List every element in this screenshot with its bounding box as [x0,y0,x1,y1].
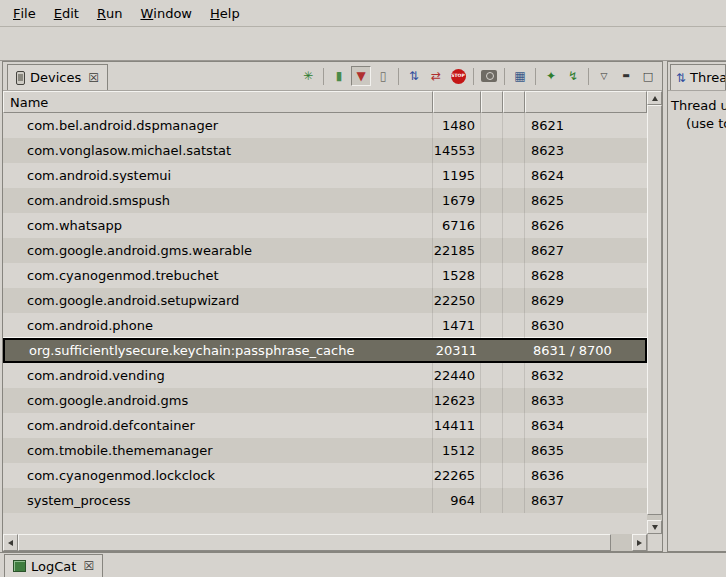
cell-process-name: com.android.vending [3,363,433,388]
scroll-down-button[interactable] [647,520,662,534]
cell-pid: 22250 [433,288,481,313]
cell-pid: 1512 [433,438,481,463]
devices-toolbar: ✳▮▼▯⇅⇄STOP▦✦↯▽▬□ [297,66,659,86]
vertical-scroll-track[interactable] [647,105,662,520]
menu-window[interactable]: Window [131,0,201,26]
column-header-1[interactable] [433,91,481,113]
cell-pid: 1195 [433,163,481,188]
cell-port: 8624 [525,163,647,188]
cell-empty [481,413,503,438]
table-row[interactable]: com.whatsapp67168626 [3,213,647,238]
cell-pid: 12623 [433,388,481,413]
cell-empty [503,263,525,288]
update-heap-icon[interactable]: ▮ [329,66,349,86]
cell-pid: 14553 [433,138,481,163]
cell-pid: 22265 [433,463,481,488]
menu-bar: FileEditRunWindowHelp [0,0,726,27]
opengl-trace-icon[interactable]: ↯ [563,66,583,86]
view-hierarchy-icon[interactable]: ▦ [510,66,530,86]
cell-port: 8621 [525,113,647,138]
cell-empty [503,163,525,188]
cell-port: 8625 [525,188,647,213]
table-row[interactable]: com.google.android.gms.wearable221858627 [3,238,647,263]
table-row[interactable]: com.android.phone14718630 [3,313,647,338]
horizontal-scroll-track[interactable] [18,534,632,551]
table-row[interactable]: system_process9648637 [3,488,647,513]
menu-file[interactable]: File [4,0,45,26]
devices-view-body: Name com.bel.android.dspmanager14808621c… [3,91,662,551]
arrow-down-icon [652,525,658,530]
threads-tabbar: ⇅ Threads [668,62,726,91]
minimize-view-icon[interactable]: ▬ [616,66,636,86]
device-icon [16,71,25,85]
view-menu-icon[interactable]: ▽ [594,66,614,86]
arrow-left-icon [8,540,13,546]
cell-empty [481,238,503,263]
stop-process-icon[interactable]: STOP [448,66,468,86]
threads-message-line: (use toolbar button to enable) [671,116,726,131]
table-row[interactable]: com.android.systemui11958624 [3,163,647,188]
application-window: FileEditRunWindowHelp Devices ☒ ✳▮▼▯⇅⇄ST… [0,0,726,577]
table-row[interactable]: com.android.vending224408632 [3,363,647,388]
table-row[interactable]: com.google.android.setupwizard222508629 [3,288,647,313]
cell-process-name: org.sufficientlysecure.keychain:passphra… [5,340,435,361]
debug-process-icon[interactable]: ✳ [298,66,318,86]
cell-pid: 14411 [433,413,481,438]
cell-empty [481,113,503,138]
scroll-left-button[interactable] [3,534,18,551]
menu-help[interactable]: Help [201,0,249,26]
method-profiling-icon[interactable]: ⇄ [426,66,446,86]
scroll-up-button[interactable] [647,91,662,105]
table-row[interactable]: com.android.smspush16798625 [3,188,647,213]
close-icon[interactable]: ☒ [83,560,94,572]
tab-devices-label: Devices [30,70,81,85]
logcat-icon [13,560,26,572]
table-row[interactable]: com.cyanogenmod.trebuchet15288628 [3,263,647,288]
tab-logcat[interactable]: LogCat ☒ [4,554,103,577]
cell-port: 8632 [525,363,647,388]
column-header-3[interactable] [503,91,525,113]
cell-empty [481,463,503,488]
toolbar-separator [398,68,399,85]
arrow-right-icon [637,540,642,546]
cause-gc-icon[interactable]: ▯ [373,66,393,86]
vertical-scrollbar[interactable] [647,91,662,534]
cell-process-name: com.cyanogenmod.trebuchet [3,263,433,288]
cell-empty [505,340,527,361]
table-row[interactable]: com.android.defcontainer144118634 [3,413,647,438]
table-row[interactable]: com.cyanogenmod.lockclock222658636 [3,463,647,488]
tab-threads[interactable]: ⇅ Threads [670,64,726,90]
vertical-scroll-thumb[interactable] [647,105,662,515]
screen-capture-icon[interactable] [479,66,499,86]
horizontal-scroll-thumb[interactable] [18,534,611,551]
cell-empty [503,313,525,338]
table-row[interactable]: com.tmobile.thememanager15128635 [3,438,647,463]
scroll-right-button[interactable] [632,534,647,551]
cell-empty [503,438,525,463]
table-row[interactable]: com.bel.android.dspmanager14808621 [3,113,647,138]
cell-empty [481,488,503,513]
close-icon[interactable]: ☒ [88,72,99,84]
devices-tabbar: Devices ☒ ✳▮▼▯⇅⇄STOP▦✦↯▽▬□ [3,62,662,91]
column-header-2[interactable] [481,91,503,113]
dump-hprof-icon[interactable]: ▼ [351,66,371,86]
menu-run[interactable]: Run [88,0,132,26]
menu-edit[interactable]: Edit [45,0,88,26]
cell-pid: 22440 [433,363,481,388]
horizontal-scrollbar[interactable] [3,534,647,551]
system-state-icon[interactable]: ✦ [541,66,561,86]
toolbar-separator [323,68,324,85]
cell-pid: 22185 [433,238,481,263]
cell-port: 8623 [525,138,647,163]
column-header-name[interactable]: Name [3,91,433,113]
tab-devices[interactable]: Devices ☒ [7,64,108,90]
maximize-view-icon[interactable]: □ [638,66,658,86]
threads-message: Thread updates not enabled for selected … [668,91,726,551]
table-row-selected[interactable]: org.sufficientlysecure.keychain:passphra… [3,338,647,363]
column-header-4[interactable] [525,91,647,113]
table-row[interactable]: com.google.android.gms126238633 [3,388,647,413]
cell-port: 8631 / 8700 [527,340,645,361]
table-row[interactable]: com.vonglasow.michael.satstat145538623 [3,138,647,163]
toolbar-separator [588,68,589,85]
update-threads-icon[interactable]: ⇅ [404,66,424,86]
